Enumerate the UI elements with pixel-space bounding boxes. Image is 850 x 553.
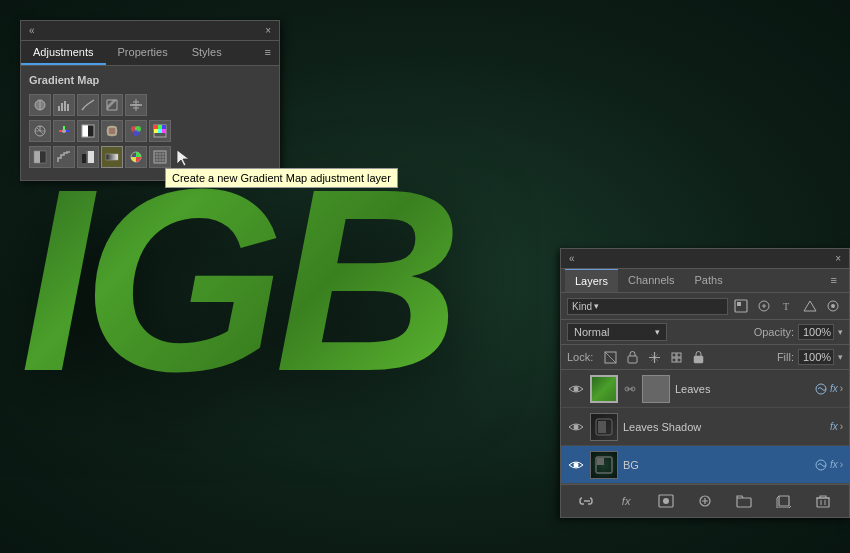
filter-pixel-icon[interactable] <box>731 296 751 316</box>
tab-properties[interactable]: Properties <box>106 41 180 65</box>
layer-fx-label-leaves[interactable]: fx <box>830 383 838 394</box>
fill-arrow[interactable]: ▾ <box>838 352 843 362</box>
blend-mode-selector[interactable]: Normal ▾ <box>567 323 667 341</box>
adj-colorbalance-icon[interactable] <box>53 120 75 142</box>
layers-panel-close-icon[interactable]: × <box>835 253 841 264</box>
fill-control: Fill: 100% ▾ <box>777 349 843 365</box>
lock-transparent-btn[interactable] <box>601 348 619 366</box>
layer-thumb-leaves <box>590 375 618 403</box>
adj-icon-row-1 <box>29 94 271 116</box>
adjustments-panel-tabs: Adjustments Properties Styles ≡ <box>21 41 279 66</box>
svg-rect-71 <box>817 498 829 507</box>
layers-fx-btn[interactable]: fx <box>615 490 637 512</box>
adj-channelmixer-icon[interactable] <box>125 120 147 142</box>
lock-position-btn[interactable] <box>645 348 663 366</box>
lock-artboards-btn[interactable] <box>667 348 685 366</box>
layer-row-leaves-shadow[interactable]: Leaves Shadow fx › <box>561 408 849 446</box>
svg-rect-2 <box>58 106 60 111</box>
adj-icon-row-2 <box>29 120 271 142</box>
layers-group-btn[interactable] <box>733 490 755 512</box>
adj-huesat-icon[interactable] <box>29 120 51 142</box>
layer-fx-bg: fx › <box>814 458 843 472</box>
layers-delete-btn[interactable] <box>812 490 834 512</box>
layers-kind-toolbar: Kind ▾ T <box>561 293 849 320</box>
filter-text-icon[interactable]: T <box>777 296 797 316</box>
layers-fx-label: fx <box>622 495 631 507</box>
svg-point-65 <box>816 460 826 470</box>
layer-visibility-leaves-shadow[interactable] <box>567 418 585 436</box>
lock-label: Lock: <box>567 351 593 363</box>
svg-rect-22 <box>162 125 166 129</box>
opacity-arrow[interactable]: ▾ <box>838 327 843 337</box>
tab-styles[interactable]: Styles <box>180 41 234 65</box>
adjustments-panel-collapse-icon[interactable]: « <box>29 25 35 36</box>
layer-fx-leaves: fx › <box>814 382 843 396</box>
svg-rect-30 <box>88 151 94 163</box>
kind-selector[interactable]: Kind ▾ <box>567 298 728 315</box>
layer-visibility-leaves[interactable] <box>567 380 585 398</box>
svg-rect-12 <box>88 125 94 137</box>
lock-pixels-btn[interactable] <box>623 348 641 366</box>
svg-rect-23 <box>154 129 158 133</box>
adjustments-panel-close-icon[interactable]: × <box>265 25 271 36</box>
fill-label: Fill: <box>777 351 794 363</box>
svg-rect-25 <box>162 129 166 133</box>
svg-rect-49 <box>628 356 637 363</box>
tab-adjustments[interactable]: Adjustments <box>21 41 106 65</box>
layer-thumb-bg <box>590 451 618 479</box>
svg-rect-50 <box>672 353 676 357</box>
adj-blackwhite-icon[interactable] <box>77 120 99 142</box>
canvas-text: IGB <box>20 150 580 470</box>
panel-menu-icon[interactable]: ≡ <box>257 41 279 65</box>
layers-link-btn[interactable] <box>576 490 598 512</box>
opacity-label: Opacity: <box>754 326 794 338</box>
tab-layers[interactable]: Layers <box>565 269 618 292</box>
adj-brightness-icon[interactable] <box>29 94 51 116</box>
fill-value[interactable]: 100% <box>798 349 834 365</box>
adj-pattern-icon[interactable] <box>149 146 171 168</box>
filter-smartobj-icon[interactable] <box>823 296 843 316</box>
adj-photofilter-icon[interactable] <box>101 120 123 142</box>
svg-rect-5 <box>67 104 69 111</box>
filter-adjust-icon[interactable] <box>754 296 774 316</box>
gradient-map-title: Gradient Map <box>29 74 271 86</box>
layers-new-btn[interactable] <box>773 490 795 512</box>
layers-menu-icon[interactable]: ≡ <box>823 269 845 292</box>
svg-rect-54 <box>694 356 703 363</box>
adj-levels-icon[interactable] <box>53 94 75 116</box>
layer-expand-bg[interactable]: › <box>840 459 843 470</box>
adj-vibrance-icon[interactable] <box>125 94 147 116</box>
svg-rect-42 <box>737 302 741 306</box>
svg-rect-29 <box>82 154 87 163</box>
adj-invert-icon[interactable] <box>29 146 51 168</box>
adj-gradientmap-icon[interactable] <box>101 146 123 168</box>
filter-shape-icon[interactable] <box>800 296 820 316</box>
layer-name-leaves-shadow: Leaves Shadow <box>623 421 825 433</box>
adj-exposure-icon[interactable] <box>101 94 123 116</box>
layer-row-leaves[interactable]: Leaves fx › <box>561 370 849 408</box>
layer-visibility-bg[interactable] <box>567 456 585 474</box>
layer-fx-label-bg[interactable]: fx <box>830 459 838 470</box>
opacity-value[interactable]: 100% <box>798 324 834 340</box>
adj-icon-row-3 <box>29 146 271 168</box>
layers-panel-collapse-icon[interactable]: « <box>569 253 575 264</box>
layers-adjustment-btn[interactable] <box>694 490 716 512</box>
adj-curves-icon[interactable] <box>77 94 99 116</box>
tab-channels[interactable]: Channels <box>618 269 684 292</box>
layer-name-bg: BG <box>623 459 809 471</box>
layer-expand-leaves-shadow[interactable]: › <box>840 421 843 432</box>
layer-fx-label-leaves-shadow[interactable]: fx <box>830 421 838 432</box>
lock-all-btn[interactable] <box>689 348 707 366</box>
adj-posterize-icon[interactable] <box>53 146 75 168</box>
layers-mask-btn[interactable] <box>655 490 677 512</box>
adj-selectivecolor-icon[interactable] <box>125 146 147 168</box>
layers-bottom-toolbar: fx <box>561 484 849 517</box>
adjustments-panel-content: Gradient Map <box>21 66 279 180</box>
tab-paths[interactable]: Paths <box>685 269 733 292</box>
layer-expand-leaves[interactable]: › <box>840 383 843 394</box>
svg-rect-70 <box>779 496 789 506</box>
adj-threshold-icon[interactable] <box>77 146 99 168</box>
svg-line-48 <box>605 352 616 363</box>
adj-colorlookup-icon[interactable] <box>149 120 171 142</box>
layer-row-bg[interactable]: BG fx › <box>561 446 849 484</box>
